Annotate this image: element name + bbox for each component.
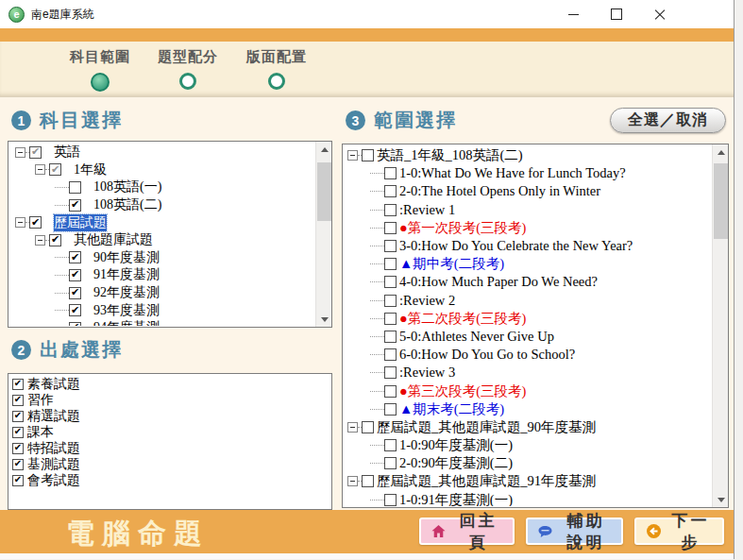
checkbox[interactable] [69, 251, 81, 263]
maximize-icon[interactable] [595, 0, 638, 28]
checkbox[interactable] [384, 348, 397, 361]
scrollbar-thumb[interactable] [714, 163, 728, 239]
scroll-down-icon[interactable] [713, 492, 729, 507]
tree-row[interactable]: 6-0:How Do You Go to School? [344, 346, 711, 364]
checkbox[interactable] [29, 146, 42, 159]
tree-row[interactable]: 英語 [9, 144, 314, 161]
tree-row[interactable]: 92年度基測 [9, 284, 314, 302]
checkbox[interactable] [384, 385, 397, 398]
tree-row[interactable]: ●第二次段考(三段考) [344, 310, 711, 328]
home-button[interactable]: 回主頁 [419, 518, 515, 545]
checkbox[interactable] [12, 395, 24, 406]
checkbox[interactable] [49, 163, 61, 176]
tree-row[interactable]: ▲期中考(二段考) [344, 255, 711, 273]
collapse-minus-icon[interactable] [347, 150, 358, 161]
checkbox[interactable] [384, 276, 397, 288]
checkbox[interactable] [12, 443, 24, 454]
tree-row[interactable]: 2-0:The Hotel Opens Only in Winter [344, 182, 711, 200]
next-icon [646, 523, 662, 539]
scroll-up-icon[interactable] [316, 142, 332, 157]
checkbox[interactable] [12, 411, 24, 422]
checkbox[interactable] [384, 457, 397, 469]
close-icon[interactable] [638, 0, 682, 28]
list-item[interactable]: 會考試題 [9, 472, 330, 488]
tree-row[interactable]: 108英語(二) [9, 196, 314, 214]
scroll-up-icon[interactable] [713, 144, 729, 160]
checkbox[interactable] [384, 366, 397, 379]
tree-row[interactable]: 93年度基測 [9, 301, 314, 319]
tree-row[interactable]: 1年級 [9, 161, 314, 179]
checkbox[interactable] [384, 204, 397, 216]
checkbox[interactable] [69, 199, 81, 212]
tree-row[interactable]: 2-0:90年度基測(二) [344, 454, 711, 472]
tree-row[interactable]: :Review 1 [344, 201, 711, 219]
scrollbar-thumb[interactable] [317, 162, 331, 221]
next-step-button[interactable]: 下一步 [634, 518, 724, 545]
tree-row[interactable]: :Review 3 [344, 364, 711, 382]
checkbox[interactable] [69, 287, 81, 299]
checkbox[interactable] [362, 475, 374, 487]
select-all-toggle-button[interactable]: 全選／取消 [610, 108, 726, 133]
tree-row[interactable]: 英語_1年級_108英語(二) [344, 146, 711, 164]
checkbox[interactable] [49, 234, 61, 246]
checkbox[interactable] [384, 494, 397, 506]
tree-row[interactable]: 4-0:How Much Paper Do We Need? [344, 273, 711, 291]
tree-row[interactable]: 108英語(一) [9, 178, 314, 196]
checkbox[interactable] [69, 181, 81, 194]
checkbox[interactable] [384, 313, 397, 325]
checkbox[interactable] [69, 322, 81, 326]
checkbox[interactable] [384, 167, 397, 179]
checkbox[interactable] [69, 304, 81, 316]
tree-row[interactable]: 歷屆試題_其他題庫試題_91年度基測 [344, 472, 711, 490]
tree-row[interactable]: 90年度基測 [9, 249, 314, 267]
tree-row[interactable]: 91年度基測 [9, 266, 314, 284]
list-item[interactable]: 精選試題 [9, 408, 330, 424]
tree-row[interactable]: 5-0:Athletes Never Give Up [344, 328, 711, 346]
checkbox[interactable] [384, 439, 397, 451]
list-item[interactable]: 素養試題 [9, 376, 330, 392]
tree-row[interactable]: ▲期末考(二段考) [344, 400, 711, 418]
checkbox[interactable] [384, 185, 397, 197]
checkbox[interactable] [384, 331, 397, 343]
list-item[interactable]: 基測試題 [9, 456, 330, 472]
tree-row[interactable]: 94年度基測 [9, 319, 314, 326]
collapse-minus-icon[interactable] [35, 164, 45, 175]
checkbox[interactable] [362, 421, 374, 433]
tree-row[interactable]: 歷屆試題 [9, 213, 314, 231]
list-item[interactable]: 特招試題 [9, 440, 330, 456]
checkbox[interactable] [69, 269, 81, 281]
tree-row[interactable]: 1-0:91年度基測(一) [344, 491, 711, 506]
checkbox[interactable] [29, 216, 42, 229]
checkbox[interactable] [12, 459, 24, 470]
scrollbar[interactable] [315, 142, 331, 327]
list-item[interactable]: 課本 [9, 424, 330, 440]
scroll-down-icon[interactable] [316, 312, 332, 327]
checkbox[interactable] [384, 240, 397, 252]
checkbox[interactable] [384, 222, 397, 234]
checkbox[interactable] [12, 427, 24, 438]
collapse-minus-icon[interactable] [15, 147, 25, 158]
help-button[interactable]: 輔助說明 [526, 518, 623, 545]
list-item[interactable]: 習作 [9, 392, 330, 408]
checkbox[interactable] [384, 403, 397, 416]
checkbox[interactable] [362, 149, 374, 161]
tree-row[interactable]: 其他題庫試題 [9, 231, 314, 249]
collapse-minus-icon[interactable] [15, 217, 25, 228]
tree-row[interactable]: 1-0:90年度基測(一) [344, 436, 711, 454]
checkbox[interactable] [12, 475, 24, 486]
collapse-minus-icon[interactable] [347, 476, 358, 486]
collapse-minus-icon[interactable] [35, 235, 45, 246]
checkbox[interactable] [384, 258, 397, 270]
tree-row[interactable]: :Review 2 [344, 292, 711, 310]
tree-connector [55, 205, 69, 206]
checkbox[interactable] [12, 379, 24, 390]
tree-row[interactable]: 1-0:What Do We Have for Lunch Today? [344, 164, 711, 182]
checkbox[interactable] [384, 295, 397, 307]
scrollbar[interactable] [712, 144, 728, 507]
tree-row[interactable]: 歷屆試題_其他題庫試題_90年度基測 [344, 418, 711, 436]
tree-row[interactable]: 3-0:How Do You Celebrate the New Year? [344, 237, 711, 255]
collapse-minus-icon[interactable] [347, 422, 358, 433]
minimize-icon[interactable] [551, 0, 595, 28]
tree-row[interactable]: ●第三次段考(三段考) [344, 382, 711, 399]
tree-row[interactable]: ●第一次段考(三段考) [344, 219, 711, 237]
